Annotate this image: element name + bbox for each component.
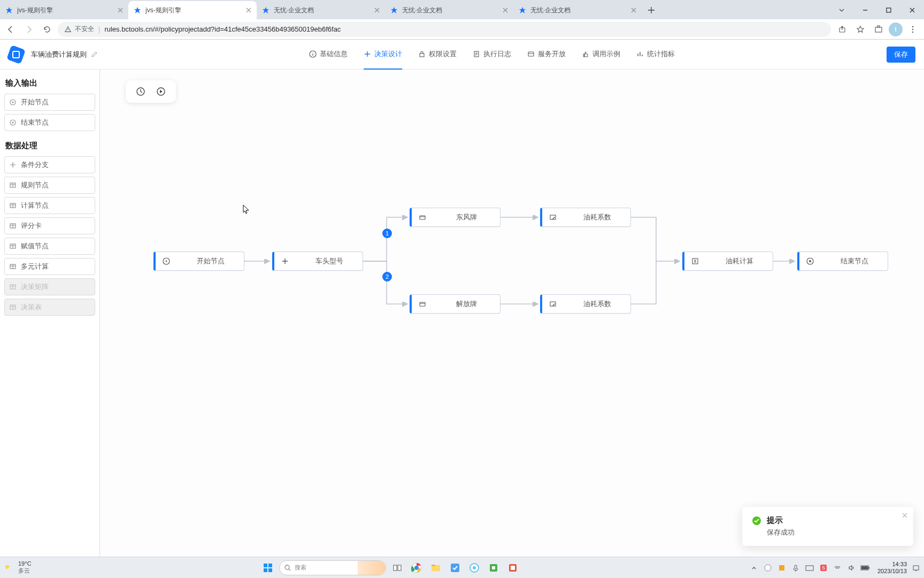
app-icon-4[interactable] xyxy=(505,560,521,576)
sidebar-item-rule[interactable]: 规则节点 xyxy=(4,177,95,194)
node-branch1-b[interactable]: 油耗系数 xyxy=(540,208,631,227)
nav-reload-icon[interactable] xyxy=(40,22,55,37)
grid-icon xyxy=(9,181,17,189)
taskbar-weather[interactable]: 19°C 多云 xyxy=(3,560,32,575)
sidebar-item-start-node[interactable]: 开始节点 xyxy=(4,94,95,111)
nav-exec-log[interactable]: 执行日志 xyxy=(473,40,511,70)
nav-label: 执行日志 xyxy=(483,49,511,59)
overflow-menu-icon[interactable] xyxy=(905,22,921,37)
close-icon[interactable] xyxy=(902,512,908,519)
app-icon-2[interactable] xyxy=(466,560,482,576)
window-controls xyxy=(830,1,924,19)
target-icon xyxy=(9,98,17,106)
node-branch1-a[interactable]: 东风牌 xyxy=(410,208,500,227)
warning-icon xyxy=(64,26,72,33)
browser-tab-0[interactable]: jvs-规则引擎 xyxy=(0,1,128,19)
tab-favicon xyxy=(134,6,141,14)
node-label: 油耗系数 xyxy=(570,212,624,222)
flow-canvas[interactable]: 1 2 开始节点 车头型号 东风牌 油耗系数 解放牌 油耗系数 油耗 xyxy=(100,70,924,557)
browser-tab-2[interactable]: 无忧·企业文档 xyxy=(257,1,385,19)
tray-keyboard-icon[interactable] xyxy=(805,563,814,573)
taskview-icon[interactable] xyxy=(389,560,405,576)
new-tab-button[interactable] xyxy=(642,1,661,19)
play-icon xyxy=(162,257,171,265)
profile-avatar[interactable]: t xyxy=(889,22,903,36)
chrome-icon[interactable] xyxy=(409,560,425,576)
browser-tab-4[interactable]: 无忧·企业文档 xyxy=(513,1,642,19)
tray-volume-icon[interactable] xyxy=(846,563,856,573)
sidebar-item-assign[interactable]: 赋值节点 xyxy=(4,238,95,255)
insecure-indicator[interactable]: 不安全 xyxy=(64,25,94,34)
card-icon xyxy=(418,300,427,308)
node-branch2-b[interactable]: 油耗系数 xyxy=(540,294,631,314)
svg-point-9 xyxy=(912,26,914,27)
tray-notification-icon[interactable] xyxy=(911,563,921,573)
close-icon[interactable] xyxy=(246,7,251,13)
sidebar-item-condition[interactable]: 条件分支 xyxy=(4,156,95,173)
tray-ime-icon[interactable]: S xyxy=(819,563,828,573)
taskbar-search[interactable]: 搜索 xyxy=(279,560,386,575)
sidebar-item-multicalc[interactable]: 多元计算 xyxy=(4,258,95,275)
tab-title: jvs-规则引擎 xyxy=(17,6,113,15)
sidebar-item-label: 结束节点 xyxy=(21,118,49,127)
window-close-icon[interactable] xyxy=(900,1,924,19)
tray-mic-icon[interactable] xyxy=(791,563,800,573)
window-maximize-icon[interactable] xyxy=(877,1,900,19)
tray-wifi-icon[interactable] xyxy=(833,563,842,573)
node-label: 解放牌 xyxy=(440,299,494,309)
node-branch2-a[interactable]: 解放牌 xyxy=(410,294,500,314)
svg-point-17 xyxy=(12,102,14,103)
svg-rect-15 xyxy=(528,52,534,56)
sidebar-item-calc[interactable]: 计算节点 xyxy=(4,197,95,214)
extensions-icon[interactable] xyxy=(871,22,887,37)
toast-message: 保存成功 xyxy=(767,528,904,537)
tabs-dropdown-icon[interactable] xyxy=(830,1,853,19)
browser-tab-1[interactable]: jvs-规则引擎 xyxy=(128,1,257,19)
tray-battery-icon[interactable] xyxy=(860,563,870,573)
tray-app-icon[interactable] xyxy=(763,563,773,573)
nav-service-open[interactable]: 服务开放 xyxy=(527,40,566,70)
node-end[interactable]: 结束节点 xyxy=(797,252,888,271)
nav-basic-info[interactable]: 基础信息 xyxy=(309,40,348,70)
sidebar-item-end-node[interactable]: 结束节点 xyxy=(4,114,95,131)
nav-example[interactable]: 调用示例 xyxy=(582,40,620,70)
close-icon[interactable] xyxy=(118,7,123,13)
nav-stats[interactable]: 统计指标 xyxy=(636,40,675,70)
start-menu-icon[interactable] xyxy=(260,560,276,576)
bookmark-star-icon[interactable] xyxy=(852,22,868,37)
close-icon[interactable] xyxy=(631,7,636,13)
app-icon-1[interactable] xyxy=(447,560,463,576)
address-bar[interactable]: 不安全 | rules.bctools.cn/#/policyprojectad… xyxy=(58,22,831,37)
nav-permission[interactable]: 权限设置 xyxy=(418,40,457,70)
node-label: 油耗系数 xyxy=(570,299,624,309)
node-calc[interactable]: 油耗计算 xyxy=(682,252,773,271)
grid-icon xyxy=(9,303,17,311)
sidebar-section-process: 数据处理 xyxy=(5,141,94,151)
browser-tab-3[interactable]: 无忧·企业文档 xyxy=(385,1,513,19)
sidebar-item-label: 规则节点 xyxy=(21,180,49,190)
svg-marker-1 xyxy=(134,7,141,13)
sidebar-item-score[interactable]: 评分卡 xyxy=(4,217,95,234)
app-logo[interactable] xyxy=(6,45,26,64)
tray-app-icon[interactable] xyxy=(777,563,787,573)
save-button[interactable]: 保存 xyxy=(887,47,915,63)
node-start[interactable]: 开始节点 xyxy=(153,252,244,271)
search-icon xyxy=(284,564,291,572)
node-condition[interactable]: 车头型号 xyxy=(272,252,363,271)
taskbar-clock[interactable]: 14:33 2023/10/13 xyxy=(877,561,907,574)
service-icon xyxy=(527,50,535,58)
tray-chevron-icon[interactable] xyxy=(749,563,759,573)
nav-decision-design[interactable]: 决策设计 xyxy=(364,40,402,70)
share-icon[interactable] xyxy=(834,22,850,37)
edit-title-icon[interactable] xyxy=(91,51,97,58)
sidebar-item-label: 评分卡 xyxy=(21,221,42,231)
app-icon-3[interactable] xyxy=(486,560,502,576)
nav-label: 调用示例 xyxy=(592,49,620,59)
nav-back-icon[interactable] xyxy=(3,22,18,37)
close-icon[interactable] xyxy=(503,7,508,13)
window-minimize-icon[interactable] xyxy=(853,1,877,19)
app-header: 车辆油费计算规则 基础信息 决策设计 权限设置 执行日志 服务开放 调用示例 统… xyxy=(0,40,924,70)
close-icon[interactable] xyxy=(374,7,380,13)
explorer-icon[interactable] xyxy=(428,560,444,576)
nav-forward-icon[interactable] xyxy=(21,22,36,37)
